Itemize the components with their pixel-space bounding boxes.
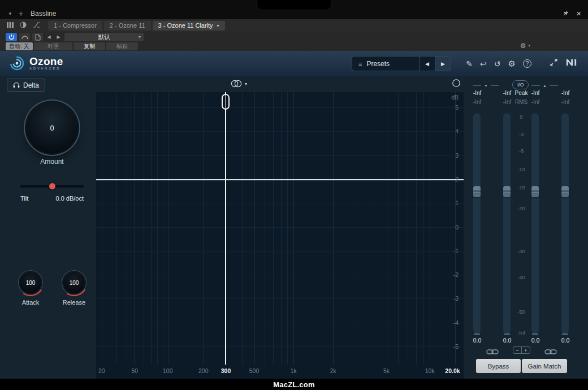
delta-label: Delta [23, 81, 39, 89]
gridline-v [144, 92, 144, 365]
tilt-band-handle[interactable] [222, 94, 230, 110]
gain-value: 0.0 [473, 337, 482, 344]
output-collapse-control[interactable]: ▲ [531, 84, 558, 88]
wet-dry-icon[interactable] [20, 20, 27, 31]
delta-button[interactable]: Delta [7, 79, 45, 92]
gridline-v [273, 92, 274, 365]
add-tab-icon[interactable]: + [19, 11, 23, 16]
rms-value: -Inf [561, 99, 569, 105]
freq-tick-highlight: 300 [221, 367, 231, 374]
freq-axis-max[interactable]: 20.0k [445, 367, 460, 374]
triangle-down-icon: ▼ [484, 84, 488, 88]
collapse-icon[interactable]: ▼ [8, 11, 12, 16]
output-link-icon[interactable] [544, 347, 557, 357]
input-collapse-control[interactable]: ▼ [473, 84, 499, 88]
trim-plus-button[interactable]: + [521, 347, 530, 353]
settings-gear-icon[interactable]: ⚙ [508, 60, 516, 68]
meter-scale-tick: -10 [510, 166, 533, 172]
bottom-bar: MacZL.com [0, 379, 588, 390]
db-tick: 0 [455, 224, 459, 231]
presets-control: ≡ Presets ◀ ▶ [352, 56, 451, 71]
gain-match-button[interactable]: Gain Match [522, 359, 567, 373]
undo-icon[interactable]: ↩ [480, 60, 487, 68]
tab-label: 3 - Ozone 11 Clarity [158, 22, 213, 29]
io-toggle[interactable]: I/O [512, 80, 529, 89]
tab-label: 2 - Ozone 11 [110, 22, 145, 29]
chain-tab-ozone[interactable]: 2 - Ozone 11 [104, 21, 151, 31]
paste-button[interactable]: 粘贴 [106, 42, 138, 50]
gridline-v [204, 92, 204, 365]
history-icon[interactable]: ↺ [494, 60, 501, 68]
resize-icon[interactable] [550, 58, 558, 69]
meter-bottom-mark [562, 333, 568, 335]
headphones-icon [13, 82, 20, 88]
host-settings-button[interactable]: ⚙ ▾ [520, 42, 530, 50]
input-meter-right[interactable] [503, 113, 511, 333]
fader-handle[interactable] [561, 186, 569, 197]
preset-name: 默认 [98, 33, 110, 41]
help-icon[interactable]: ? [523, 59, 531, 68]
arc-icon [21, 35, 28, 40]
meter-scale-tick: -3 [510, 131, 533, 137]
preset-prev-button[interactable]: ◀ [419, 57, 435, 71]
plugin-power-button[interactable] [6, 33, 17, 41]
compare-button[interactable]: 对照 [34, 42, 72, 50]
meter-scale-tick: -6 [510, 148, 533, 154]
preset-next-button[interactable]: ▶ [55, 33, 62, 41]
db-tick: 2 [455, 176, 459, 183]
peak-value: -Inf [503, 90, 511, 96]
release-knob[interactable]: 100 [63, 272, 85, 293]
collapse-circle-icon[interactable] [452, 79, 461, 90]
attack-knob[interactable]: 100 [20, 272, 41, 293]
gridline-v [168, 92, 168, 365]
db-tick: 3 [455, 152, 459, 159]
pin-icon[interactable] [563, 8, 569, 19]
amount-knob[interactable]: 0 [26, 102, 78, 154]
mixer-view-icon[interactable] [7, 20, 14, 31]
preset-prev-button[interactable]: ◀ [45, 33, 53, 41]
dash-icon [491, 85, 499, 86]
spectrum-display[interactable]: dB 543210-1-2-3-4-520501002005001k2k5k10… [96, 92, 464, 379]
chevron-down-icon: ▾ [245, 81, 247, 86]
copy-button[interactable]: 复制 [74, 42, 105, 50]
meter-scale-tick: -15 [510, 184, 533, 190]
stereo-circles-icon [230, 80, 243, 88]
presets-browser-button[interactable]: ≡ Presets [352, 57, 419, 71]
rms-label: RMS [515, 99, 528, 105]
peak-value: -Inf [473, 90, 481, 96]
gridline-v [265, 92, 265, 365]
gain-value: 0.0 [531, 337, 540, 344]
automation-toggle[interactable]: 自动: 关 [6, 42, 33, 50]
gridline-v [254, 92, 255, 365]
gridline-v [163, 92, 163, 365]
freq-tick: 500 [249, 367, 260, 374]
db-tick: -1 [453, 248, 459, 254]
meter-scale-tick: 0 [510, 114, 533, 120]
edit-icon[interactable]: ✎ [466, 60, 473, 68]
chevron-down-icon: ▾ [217, 23, 219, 28]
sidechain-listen-button[interactable] [19, 33, 30, 41]
input-link-icon[interactable] [486, 347, 499, 357]
output-meter-right[interactable] [561, 113, 569, 333]
tilt-slider-handle[interactable] [49, 183, 55, 189]
routing-icon[interactable] [33, 20, 40, 31]
input-meter-left[interactable] [473, 113, 481, 333]
peak-value: -Inf [531, 90, 539, 96]
stereo-mode-selector[interactable]: ▾ [230, 80, 247, 88]
fader-handle[interactable] [473, 186, 481, 197]
gridline-v [127, 92, 127, 365]
preset-next-button[interactable]: ▶ [435, 57, 451, 71]
meter-scale-tick: -50 [510, 309, 533, 315]
chain-tab-ozone-clarity[interactable]: 3 - Ozone 11 Clarity ▾ [153, 21, 225, 31]
output-meter-left[interactable] [531, 113, 539, 333]
close-icon[interactable]: × [576, 10, 581, 18]
preset-selector[interactable]: 默认 ▾ [64, 33, 144, 41]
gridline-v [416, 92, 417, 365]
gridline-h [96, 323, 464, 323]
bypass-button[interactable]: Bypass [476, 359, 521, 373]
preset-file-button[interactable] [32, 33, 43, 41]
freq-tick: 10k [425, 367, 435, 374]
chevron-down-icon: ▾ [528, 44, 530, 48]
trim-minus-button[interactable]: − [513, 347, 521, 353]
chain-tab-compressor[interactable]: 1 - Compressor [48, 21, 102, 31]
